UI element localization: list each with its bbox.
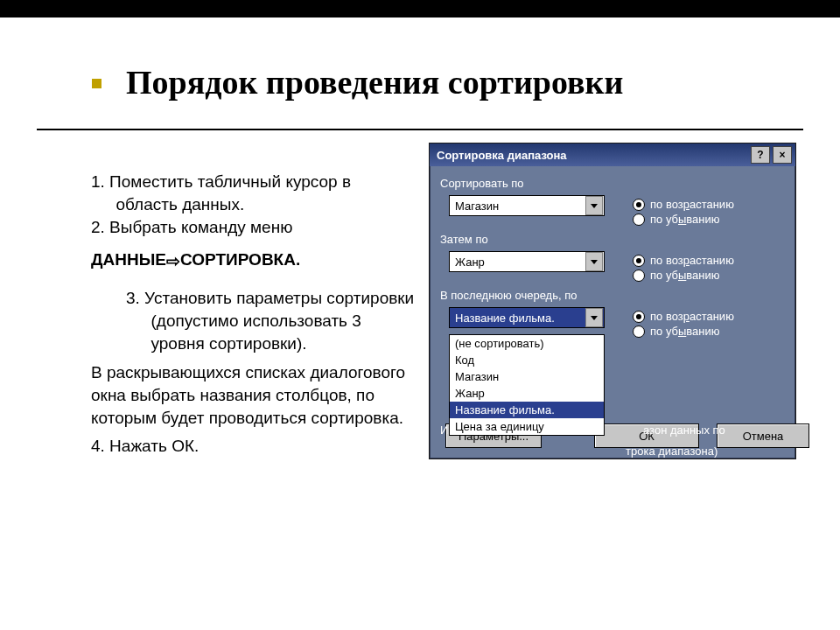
title-text: Порядок проведения сортировки — [126, 64, 623, 101]
step-3b: В раскрывающихся списках диалогового окн… — [91, 361, 415, 430]
radio-icon — [633, 311, 645, 323]
chevron-down-icon[interactable] — [585, 196, 603, 215]
dialog-title: Сортировка диапазона — [437, 149, 748, 162]
identify-option1-fragment: трока диапазона) — [626, 444, 718, 458]
dropdown-option-selected[interactable]: Название фильма. — [450, 402, 604, 418]
group2-select[interactable]: Жанр — [449, 251, 605, 272]
sort-group-3: В последнюю очередь, по Название фильма.… — [440, 289, 785, 340]
group3-label: В последнюю очередь, по — [440, 289, 577, 302]
group2-radio-desc[interactable]: по убыванию — [633, 269, 734, 282]
group3-radio-asc[interactable]: по возрастанию — [633, 310, 734, 323]
help-button[interactable]: ? — [751, 146, 770, 164]
group3-dropdown-list[interactable]: (не сортировать) Код Магазин Жанр Назван… — [449, 334, 605, 436]
step-4: 4. Нажать ОК. — [91, 435, 415, 458]
slide-title: Порядок проведения сортировки — [92, 63, 623, 102]
dialog-titlebar[interactable]: Сортировка диапазона ? × — [430, 144, 795, 166]
group1-radio-asc[interactable]: по возрастанию — [633, 198, 734, 211]
dropdown-option[interactable]: Жанр — [450, 385, 604, 402]
step-2: 2. Выбрать команду меню — [91, 216, 415, 239]
steps-text: 1. Поместить табличный курсор в область … — [91, 171, 415, 458]
radio-icon — [633, 270, 645, 282]
sort-group-1: Сортировать по Магазин по возрастанию по… — [440, 177, 785, 228]
radio-icon — [633, 326, 645, 338]
step-3: 3. Установить параметры сортировки (допу… — [126, 287, 415, 356]
group2-radio-asc[interactable]: по возрастанию — [633, 254, 734, 267]
cancel-button[interactable]: Отмена — [717, 424, 809, 448]
dropdown-option[interactable]: (не сортировать) — [450, 335, 604, 352]
group2-label: Затем по — [440, 233, 488, 246]
group1-select[interactable]: Магазин — [449, 195, 605, 216]
step-1: 1. Поместить табличный курсор в область … — [91, 171, 415, 216]
identify-option2-fragment: бцов листа — [626, 466, 684, 479]
group1-radio-desc[interactable]: по убыванию — [633, 213, 734, 226]
arrow-right-icon: ⇨ — [166, 250, 180, 273]
sort-dialog: Сортировка диапазона ? × Сортировать по … — [429, 143, 796, 459]
chevron-down-icon[interactable] — [585, 308, 603, 327]
title-underline — [37, 129, 803, 130]
radio-icon — [633, 214, 645, 226]
dropdown-option[interactable]: Цена за единицу — [450, 418, 604, 435]
group1-label: Сортировать по — [440, 177, 524, 190]
radio-icon — [633, 199, 645, 211]
close-button[interactable]: × — [773, 146, 792, 164]
identify-label-left-fragment: И — [440, 424, 448, 437]
sort-group-2: Затем по Жанр по возрастанию по убыванию — [440, 233, 785, 284]
menu-path: ДАННЫЕ⇨СОРТИРОВКА. — [91, 248, 415, 271]
dropdown-option[interactable]: Код — [450, 352, 604, 368]
dropdown-option[interactable]: Магазин — [450, 368, 604, 385]
group3-radio-desc[interactable]: по убыванию — [633, 325, 734, 338]
group3-select[interactable]: Название фильма. — [449, 307, 605, 328]
title-bullet-icon — [92, 79, 102, 88]
radio-icon — [633, 255, 645, 267]
identify-label-right-fragment: азон данных по — [643, 424, 725, 437]
chevron-down-icon[interactable] — [585, 252, 603, 271]
